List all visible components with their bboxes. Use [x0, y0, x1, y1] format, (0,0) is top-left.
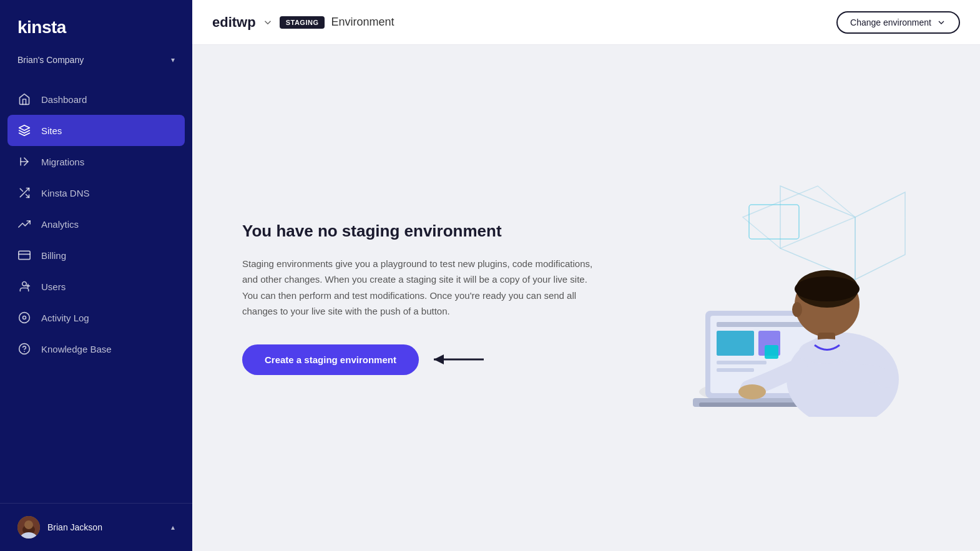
sidebar-nav: Dashboard Sites Migrations: [0, 77, 192, 503]
header-left: editwp STAGING Environment: [212, 14, 394, 31]
sidebar-item-activity-log[interactable]: Activity Log: [0, 302, 192, 333]
user-info[interactable]: Brian Jackson: [17, 516, 102, 539]
sidebar-item-users[interactable]: Users: [0, 271, 192, 302]
knowledge-base-icon: [17, 342, 31, 356]
chevron-down-icon: ▾: [171, 56, 175, 64]
sidebar-item-label: Kinsta DNS: [41, 188, 90, 198]
svg-point-12: [23, 316, 26, 319]
sidebar-item-label: Analytics: [41, 219, 79, 230]
svg-line-5: [20, 188, 22, 191]
sidebar-item-analytics[interactable]: Analytics: [0, 208, 192, 240]
layers-icon: [17, 124, 31, 137]
users-icon: [17, 280, 31, 293]
sidebar-item-label: Knowledge Base: [41, 344, 112, 354]
svg-rect-24: [749, 205, 799, 239]
sidebar-item-label: Sites: [41, 125, 62, 136]
content-left: You have no staging environment Staging …: [242, 222, 604, 375]
kinsta-logo: kinsta: [17, 17, 175, 37]
svg-point-17: [24, 520, 33, 529]
staging-badge: STAGING: [280, 16, 325, 29]
svg-point-39: [795, 276, 860, 301]
sidebar-item-label: Activity Log: [41, 313, 89, 323]
svg-rect-32: [717, 361, 767, 364]
svg-marker-0: [19, 125, 30, 130]
no-staging-description: Staging environments give you a playgrou…: [242, 256, 604, 319]
sidebar-item-billing[interactable]: Billing: [0, 240, 192, 271]
cta-area: Create a staging environment: [242, 344, 604, 375]
svg-rect-33: [717, 368, 754, 372]
svg-rect-30: [717, 331, 754, 356]
user-name: Brian Jackson: [47, 522, 102, 532]
logo-area: kinsta: [0, 0, 192, 50]
company-selector[interactable]: Brian's Company ▾: [0, 50, 192, 77]
svg-rect-6: [19, 251, 30, 259]
sidebar-item-dashboard[interactable]: Dashboard: [0, 84, 192, 115]
svg-marker-20: [434, 354, 444, 364]
analytics-icon: [17, 217, 31, 231]
sidebar-footer: Brian Jackson ▴: [0, 503, 192, 551]
avatar: [17, 516, 40, 539]
arrow-indicator: [434, 350, 490, 369]
svg-rect-43: [765, 345, 778, 359]
sidebar-item-label: Dashboard: [41, 94, 87, 105]
sidebar-item-migrations[interactable]: Migrations: [0, 146, 192, 177]
main-content: editwp STAGING Environment Change enviro…: [192, 0, 980, 551]
sidebar: kinsta Brian's Company ▾ Dashboard: [0, 0, 192, 551]
user-chevron-icon: ▴: [171, 523, 175, 532]
site-name: editwp: [212, 14, 256, 31]
sidebar-item-label: Migrations: [41, 157, 84, 167]
illustration: [668, 167, 930, 429]
sidebar-item-label: Users: [41, 281, 66, 292]
activity-log-icon: [17, 311, 31, 324]
change-environment-button[interactable]: Change environment: [836, 11, 960, 34]
migrations-icon: [17, 155, 31, 168]
home-icon: [17, 92, 31, 106]
billing-icon: [17, 248, 31, 262]
no-staging-title: You have no staging environment: [242, 222, 604, 241]
create-staging-button[interactable]: Create a staging environment: [242, 344, 419, 375]
sidebar-item-knowledge-base[interactable]: Knowledge Base: [0, 333, 192, 364]
svg-point-41: [799, 339, 855, 364]
header: editwp STAGING Environment Change enviro…: [192, 0, 980, 45]
svg-marker-22: [855, 192, 905, 280]
content-area: You have no staging environment Staging …: [192, 45, 980, 551]
site-dropdown[interactable]: [262, 17, 273, 28]
sidebar-item-sites[interactable]: Sites: [7, 115, 185, 146]
svg-point-42: [738, 384, 766, 399]
svg-point-11: [19, 313, 30, 323]
environment-label: Environment: [331, 16, 394, 29]
sidebar-item-kinsta-dns[interactable]: Kinsta DNS: [0, 177, 192, 208]
dns-icon: [17, 186, 31, 200]
sidebar-item-label: Billing: [41, 250, 66, 261]
svg-point-44: [792, 302, 802, 317]
svg-point-8: [22, 282, 27, 286]
company-name: Brian's Company: [17, 55, 84, 65]
